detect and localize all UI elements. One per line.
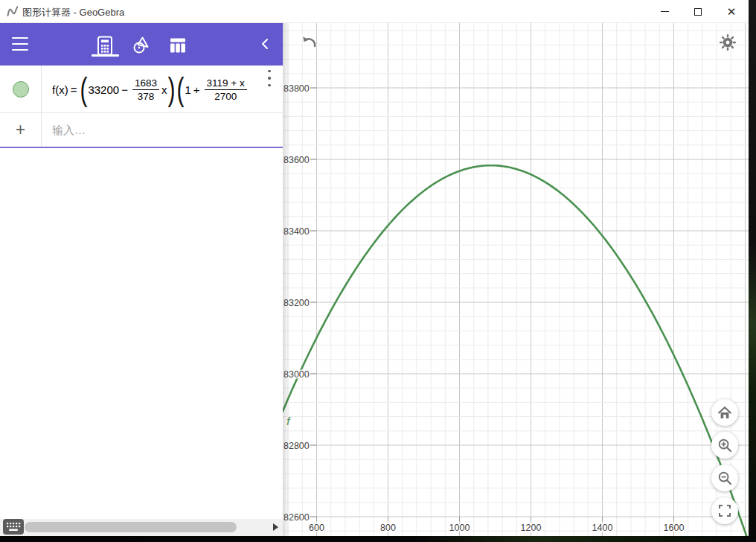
y-axis-tick-label: 83400 <box>284 226 310 237</box>
tab-tools[interactable] <box>128 34 155 57</box>
geometry-icon <box>132 36 151 55</box>
paren-close: ) <box>167 71 175 107</box>
paren-open: ( <box>176 71 184 107</box>
geogebra-logo-icon <box>6 4 19 18</box>
fraction-numerator: 1683 <box>132 77 159 90</box>
y-axis-tick-label: 83600 <box>284 155 310 165</box>
chevron-left-icon <box>260 38 269 50</box>
desktop: 图形计算器 - GeoGebra ✕ <box>0 0 756 542</box>
formula-variable: x <box>161 83 167 96</box>
desktop-edge-bottom <box>0 536 749 542</box>
function-expression[interactable]: f(x) = ( 33200 − 1683 378 x ) ( 1 + 3119 <box>52 66 283 113</box>
maximize-button[interactable] <box>682 0 714 23</box>
maximize-icon <box>694 8 702 16</box>
y-axis-tick-label: 82600 <box>284 512 310 523</box>
menu-button[interactable] <box>12 37 30 51</box>
add-input-button[interactable]: + <box>16 120 25 140</box>
x-axis-tick-label: 1000 <box>449 523 470 533</box>
formula-term: 33200 <box>88 83 119 96</box>
window-title: 图形计算器 - GeoGebra <box>22 6 124 19</box>
algebra-input-row: + <box>0 113 283 148</box>
title-bar: 图形计算器 - GeoGebra ✕ <box>0 0 749 23</box>
undo-button[interactable] <box>299 33 318 52</box>
x-axis-tick-label: 600 <box>309 523 324 533</box>
formula-lhs: f(x) <box>52 83 68 96</box>
gear-icon <box>719 34 737 51</box>
paren-open: ( <box>80 71 87 107</box>
fullscreen-icon <box>718 504 731 517</box>
x-axis-tick-label: 1200 <box>521 523 542 533</box>
table-icon <box>169 36 187 54</box>
fraction-numerator: 3119 + x <box>205 77 247 90</box>
undo-icon <box>299 33 318 52</box>
scrollbar-thumb[interactable] <box>25 522 237 532</box>
x-axis-tick-label: 1400 <box>592 523 613 533</box>
algebra-row-f[interactable]: f(x) = ( 33200 − 1683 378 x ) ( 1 + 3119 <box>0 66 283 113</box>
y-axis-tick-label: 83200 <box>284 298 310 308</box>
panel-toolbar <box>0 23 283 66</box>
tab-table[interactable] <box>164 34 191 57</box>
calculator-icon <box>97 36 113 56</box>
hamburger-icon <box>12 37 28 39</box>
x-axis-tick-label: 1600 <box>664 523 685 533</box>
graphics-view[interactable]: 6008001000120014001600838008360083400832… <box>283 23 749 536</box>
zoom-out-icon <box>717 471 733 486</box>
formula-equals: = <box>71 83 77 96</box>
y-axis-tick-label: 83800 <box>284 83 310 94</box>
x-axis-tick-label: 800 <box>380 523 396 533</box>
arrow-right-icon[interactable] <box>273 523 278 531</box>
function-visibility-toggle[interactable] <box>13 81 29 98</box>
panel-scrollbar[interactable] <box>0 519 283 536</box>
y-axis-tick-label: 83000 <box>284 369 310 380</box>
minimize-button[interactable] <box>648 0 681 23</box>
keyboard-icon <box>3 519 24 535</box>
visibility-cell <box>0 66 42 113</box>
close-button[interactable]: ✕ <box>715 0 748 23</box>
zoom-in-icon <box>717 438 733 453</box>
fraction-denominator: 2700 <box>205 90 247 102</box>
active-tab-underline <box>92 54 119 57</box>
fraction-denominator: 378 <box>132 90 159 102</box>
formula-operator: − <box>121 83 128 96</box>
formula-operator: + <box>193 83 200 96</box>
formula-term: 1 <box>185 83 190 96</box>
collapse-panel-button[interactable] <box>257 36 272 51</box>
algebra-panel: f(x) = ( 33200 − 1683 378 x ) ( 1 + 3119 <box>0 23 283 536</box>
new-row-cell: + <box>0 113 42 147</box>
tab-algebra[interactable] <box>92 34 118 57</box>
home-button[interactable] <box>711 399 738 426</box>
settings-button[interactable] <box>719 34 738 53</box>
geogebra-window: 图形计算器 - GeoGebra ✕ <box>0 0 749 536</box>
desktop-edge <box>749 0 756 542</box>
fraction: 1683 378 <box>132 77 159 102</box>
function-curve[interactable] <box>283 165 749 536</box>
zoom-out-button[interactable] <box>711 465 738 491</box>
close-icon: ✕ <box>727 6 737 17</box>
zoom-in-button[interactable] <box>711 432 738 459</box>
home-icon <box>717 406 732 420</box>
vertical-dots-icon <box>268 70 270 72</box>
graph-canvas[interactable]: 6008001000120014001600838008360083400832… <box>283 23 749 536</box>
fullscreen-button[interactable] <box>711 497 738 524</box>
virtual-keyboard-button[interactable] <box>3 519 24 535</box>
minimize-icon <box>661 11 669 12</box>
row-menu-button[interactable] <box>264 70 275 86</box>
fraction: 3119 + x 2700 <box>205 77 247 102</box>
algebra-input[interactable] <box>52 118 268 141</box>
y-axis-tick-label: 82800 <box>284 441 310 451</box>
